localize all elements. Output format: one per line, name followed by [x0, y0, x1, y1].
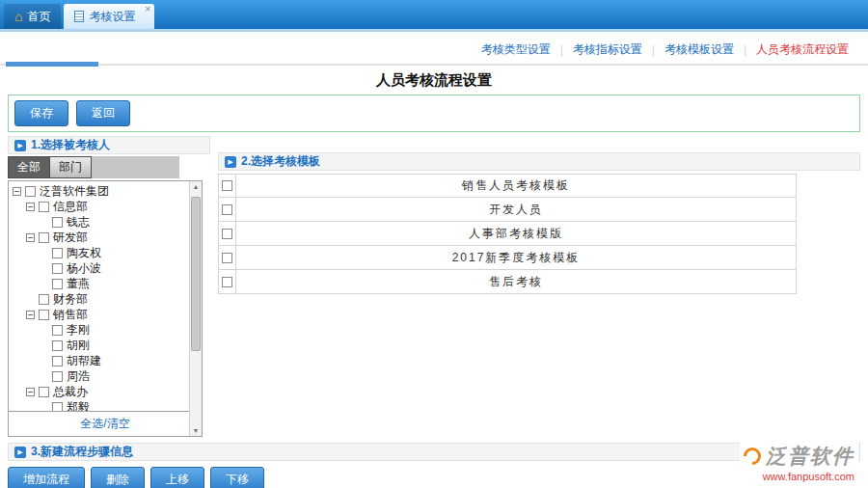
tree-item-label: 周浩 [67, 368, 90, 385]
section-arrow-icon: ▶ [14, 140, 26, 151]
tree-checkbox[interactable] [52, 325, 63, 336]
tab-home[interactable]: ⌂ 首页 [4, 4, 61, 29]
tree-item-label: 董燕 [67, 276, 90, 292]
tree-checkbox[interactable] [39, 310, 49, 320]
tree-checkbox[interactable] [52, 340, 63, 351]
template-checkbox[interactable] [222, 253, 232, 263]
tab-assessment-label: 考核设置 [89, 9, 135, 25]
template-list: 销售人员考核模板开发人员人事部考核模版2017新季度考核模板售后考核 [218, 174, 797, 294]
tree-item[interactable]: 周浩 [9, 368, 202, 384]
template-checkbox-cell [219, 198, 236, 221]
tree-item[interactable]: 财务部 [9, 291, 202, 307]
tree-item-label: 胡刚 [67, 338, 90, 354]
move-down-button[interactable]: 下移 [210, 467, 264, 488]
tree-checkbox[interactable] [39, 232, 49, 243]
logo-icon [740, 444, 764, 468]
nav-link-assessment-flow[interactable]: 人员考核流程设置 [746, 41, 858, 58]
tree-item[interactable]: −总裁办 [9, 384, 202, 399]
tree-item-label: 杨小波 [67, 260, 101, 277]
tree-checkbox[interactable] [52, 371, 63, 382]
tree-checkbox[interactable] [52, 356, 63, 366]
vendor-logo: 泛普软件 www.fanpusoft.com [740, 441, 858, 484]
add-flow-button[interactable]: 增加流程 [8, 467, 85, 488]
collapse-icon[interactable]: − [13, 187, 21, 196]
tree-item[interactable]: 胡帮建 [9, 353, 202, 368]
template-checkbox[interactable] [222, 180, 232, 191]
flow-buttons: 增加流程 删除 上移 下移 [8, 467, 860, 488]
collapse-icon[interactable]: − [26, 203, 35, 211]
filter-tab-department[interactable]: 部门 [50, 156, 92, 178]
template-name: 人事部考核模版 [236, 222, 796, 245]
assessee-panel: ▶ 1.选择被考核人 全部 部门 −泛普软件集团−信息部钱志−研发部陶友权杨小波… [8, 136, 210, 437]
section2-title: 2.选择考核模板 [241, 153, 320, 170]
divider-rule [0, 64, 868, 66]
tree-item[interactable]: −销售部 [9, 307, 202, 322]
tree-item[interactable]: 董燕 [9, 276, 202, 291]
delete-button[interactable]: 删除 [91, 467, 145, 488]
tree-checkbox[interactable] [52, 217, 63, 228]
scrollbar[interactable]: ▲ ▼ [189, 181, 202, 436]
tree-item-label: 胡帮建 [67, 353, 101, 369]
template-name: 开发人员 [236, 198, 796, 221]
tree-item[interactable]: 陶友权 [9, 245, 202, 260]
nav-link-assessment-template[interactable]: 考核模板设置 [655, 41, 744, 58]
tree-item[interactable]: −研发部 [9, 230, 202, 245]
tree-footer: 全选/清空 [9, 411, 202, 436]
template-checkbox-cell [219, 175, 236, 197]
collapse-icon[interactable]: − [26, 233, 35, 242]
tree-checkbox[interactable] [52, 402, 63, 412]
tree-item[interactable]: 钱志 [9, 214, 202, 230]
tree-item[interactable]: 胡刚 [9, 338, 202, 353]
close-icon[interactable]: × [145, 4, 150, 14]
tree-item-label: 总裁办 [53, 384, 88, 400]
scrollbar-thumb[interactable] [191, 197, 201, 351]
tree-item[interactable]: 李刚 [9, 322, 202, 338]
tree-item[interactable]: 郑毅 [9, 399, 202, 411]
logo-brand: 泛普软件 [766, 443, 854, 470]
tree-item-label: 销售部 [53, 307, 88, 323]
save-button[interactable]: 保存 [14, 100, 68, 126]
tree-checkbox[interactable] [25, 186, 36, 197]
template-checkbox[interactable] [222, 277, 232, 287]
tree-item-label: 钱志 [67, 214, 90, 230]
divider-accent [6, 62, 98, 67]
tree-checkbox[interactable] [39, 202, 49, 212]
template-row[interactable]: 销售人员考核模板 [218, 174, 797, 198]
assessee-tree-box: −泛普软件集团−信息部钱志−研发部陶友权杨小波董燕财务部−销售部李刚胡刚胡帮建周… [8, 180, 203, 437]
collapse-icon[interactable]: − [26, 311, 35, 319]
page-title: 人员考核流程设置 [0, 69, 868, 95]
tree-item-label: 财务部 [53, 291, 88, 308]
template-name: 售后考核 [236, 270, 796, 293]
tree-item[interactable]: −信息部 [9, 199, 202, 214]
template-checkbox-cell [219, 246, 236, 269]
template-checkbox[interactable] [222, 204, 232, 215]
filter-tab-all[interactable]: 全部 [8, 156, 50, 178]
section-arrow-icon: ▶ [14, 447, 26, 458]
template-row[interactable]: 售后考核 [218, 270, 797, 294]
template-row[interactable]: 开发人员 [218, 198, 797, 222]
scroll-down-icon[interactable]: ▼ [193, 427, 200, 434]
template-name: 销售人员考核模板 [236, 175, 796, 197]
scroll-up-icon[interactable]: ▲ [193, 183, 200, 190]
nav-link-assessment-type[interactable]: 考核类型设置 [472, 41, 560, 58]
back-button[interactable]: 返回 [76, 100, 130, 126]
tree-item[interactable]: 杨小波 [9, 260, 202, 276]
collapse-icon[interactable]: − [26, 388, 35, 396]
nav-link-assessment-indicator[interactable]: 考核指标设置 [563, 41, 652, 58]
tree-item[interactable]: −泛普软件集团 [9, 183, 202, 199]
move-up-button[interactable]: 上移 [150, 467, 204, 488]
template-row[interactable]: 人事部考核模版 [218, 222, 797, 246]
tree-checkbox[interactable] [39, 294, 49, 305]
template-row[interactable]: 2017新季度考核模板 [218, 246, 797, 270]
section1-title: 1.选择被考核人 [31, 137, 110, 153]
template-checkbox[interactable] [222, 229, 232, 239]
tree-checkbox[interactable] [39, 387, 49, 397]
tree-checkbox[interactable] [52, 248, 63, 258]
main-area: ▶ 1.选择被考核人 全部 部门 −泛普软件集团−信息部钱志−研发部陶友权杨小波… [8, 136, 860, 437]
toolbar: 保存 返回 [8, 95, 860, 132]
section3-title: 3.新建流程步骤信息 [31, 444, 133, 460]
tree-checkbox[interactable] [52, 279, 63, 289]
select-all-clear-link[interactable]: 全选/清空 [80, 417, 129, 430]
tree-checkbox[interactable] [52, 263, 63, 274]
tab-assessment-settings[interactable]: 考核设置 × [64, 4, 154, 29]
